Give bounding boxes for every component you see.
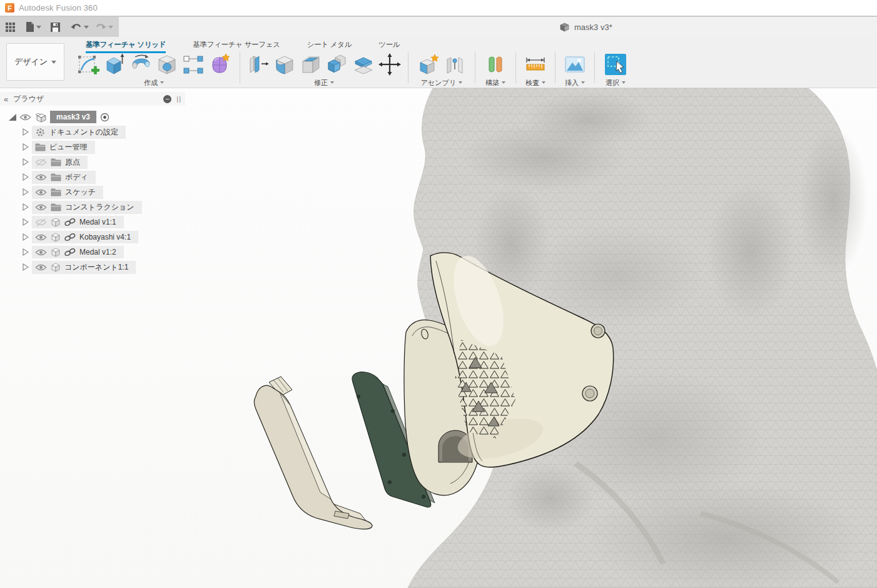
viewport[interactable]: « ブラウザ − || bbox=[0, 88, 877, 588]
eye-visible-icon[interactable] bbox=[35, 173, 47, 181]
create-form-button[interactable] bbox=[206, 51, 233, 78]
expand-arrow-icon[interactable] bbox=[21, 158, 29, 166]
browser-item-bodies[interactable]: ボディ bbox=[0, 170, 185, 185]
browser-resize-handle[interactable]: || bbox=[176, 95, 181, 103]
expand-arrow-icon[interactable] bbox=[21, 263, 29, 271]
extrude-button[interactable] bbox=[101, 51, 128, 78]
screw-boss-upper[interactable] bbox=[591, 324, 605, 338]
link-icon bbox=[64, 248, 76, 256]
workspace-selector[interactable]: デザイン bbox=[6, 43, 64, 81]
title-bar: F Autodesk Fusion 360 bbox=[0, 0, 877, 16]
save-icon bbox=[51, 23, 60, 32]
save-button[interactable] bbox=[48, 18, 63, 36]
eye-hidden-icon[interactable] bbox=[35, 158, 47, 166]
group-create-label[interactable]: 作成 bbox=[70, 78, 238, 87]
browser-item-sketches[interactable]: スケッチ bbox=[0, 185, 185, 200]
activate-component-radio[interactable] bbox=[100, 113, 109, 122]
shell-button[interactable] bbox=[298, 51, 324, 78]
revolve-icon bbox=[129, 53, 153, 76]
group-construct-label[interactable]: 構築 bbox=[477, 78, 514, 87]
browser-minimize-button[interactable]: − bbox=[163, 95, 171, 103]
group-assemble-label[interactable]: アセンブリ bbox=[410, 78, 473, 87]
group-inspect-label[interactable]: 検査 bbox=[518, 78, 553, 87]
eye-visible-icon[interactable] bbox=[35, 248, 47, 256]
workspace-selector-label: デザイン bbox=[14, 56, 48, 68]
construction-plane-button[interactable] bbox=[482, 51, 509, 78]
browser-tree: mask3 v3 ドキュメントの bbox=[0, 106, 185, 275]
group-separator bbox=[475, 52, 475, 83]
group-separator bbox=[555, 52, 555, 83]
joint-button[interactable] bbox=[442, 51, 468, 78]
press-pull-button[interactable] bbox=[245, 51, 271, 78]
browser-item-medal-v1-2[interactable]: Medal v1:2 bbox=[0, 245, 185, 260]
expand-arrow-icon[interactable] bbox=[21, 188, 29, 196]
revolve-button[interactable] bbox=[128, 51, 154, 78]
browser-root-label[interactable]: mask3 v3 bbox=[50, 111, 96, 123]
insert-canvas-button[interactable] bbox=[562, 51, 588, 78]
undo-dropdown-caret[interactable] bbox=[84, 26, 89, 29]
expand-arrow-icon[interactable] bbox=[21, 218, 29, 226]
mount-bracket[interactable] bbox=[254, 377, 372, 529]
group-select-label[interactable]: 選択 bbox=[597, 78, 634, 87]
redo-dropdown-caret[interactable] bbox=[108, 26, 113, 29]
apps-grid-button[interactable] bbox=[3, 18, 18, 36]
select-button[interactable] bbox=[602, 51, 629, 78]
expand-arrow-icon[interactable] bbox=[21, 233, 29, 241]
fillet-icon bbox=[273, 53, 297, 76]
eye-visible-icon[interactable] bbox=[35, 263, 47, 271]
group-modify-label[interactable]: 修正 bbox=[242, 78, 406, 87]
group-insert: 挿入 bbox=[557, 51, 592, 87]
new-component-button[interactable] bbox=[415, 51, 442, 78]
browser-item-medal-v1-1[interactable]: Medal v1:1 bbox=[0, 215, 185, 230]
group-assemble: アセンブリ bbox=[410, 51, 473, 87]
measure-button[interactable] bbox=[522, 51, 549, 78]
browser-item-component-1-1[interactable]: コンポーネント1:1 bbox=[0, 260, 185, 275]
expand-arrow-icon[interactable] bbox=[21, 203, 29, 211]
expand-arrow-icon[interactable] bbox=[21, 143, 29, 151]
expand-arrow-icon[interactable] bbox=[21, 248, 29, 256]
cube-icon bbox=[559, 23, 570, 32]
eye-visible-icon[interactable] bbox=[35, 233, 47, 241]
screw-boss-lower[interactable] bbox=[582, 386, 597, 401]
component-cube-icon bbox=[51, 217, 61, 227]
eye-visible-icon[interactable] bbox=[19, 113, 31, 121]
undo-button[interactable] bbox=[68, 18, 92, 36]
group-insert-label[interactable]: 挿入 bbox=[557, 78, 592, 87]
expand-arrow-icon[interactable] bbox=[8, 113, 16, 121]
browser-item-kobayashi-v4-1[interactable]: Kobayashi v4:1 bbox=[0, 230, 185, 245]
browser-item-origin[interactable]: 原点 bbox=[0, 155, 185, 170]
workspace-caret-icon bbox=[51, 61, 56, 64]
expand-arrow-icon[interactable] bbox=[21, 173, 29, 181]
browser-header: « ブラウザ − || bbox=[0, 92, 185, 106]
new-file-button[interactable] bbox=[23, 18, 44, 36]
combine-icon bbox=[325, 53, 349, 76]
link-icon bbox=[64, 218, 76, 226]
eye-hidden-icon[interactable] bbox=[35, 218, 47, 226]
document-tab[interactable]: mask3 v3* bbox=[550, 17, 621, 37]
fillet-button[interactable] bbox=[271, 51, 298, 78]
folder-icon bbox=[35, 143, 46, 151]
redo-button[interactable] bbox=[92, 18, 116, 36]
browser-item-view-management[interactable]: ビュー管理 bbox=[0, 139, 185, 155]
group-inspect: 検査 bbox=[518, 51, 553, 87]
new-file-dropdown-caret[interactable] bbox=[36, 26, 41, 29]
eye-visible-icon[interactable] bbox=[35, 188, 47, 196]
browser-item-document-settings[interactable]: ドキュメントの設定 bbox=[0, 124, 185, 139]
link-icon bbox=[64, 233, 76, 241]
browser-collapse-icon[interactable]: « bbox=[4, 94, 8, 104]
hole-button[interactable] bbox=[154, 51, 180, 78]
rectangular-pattern-button[interactable] bbox=[180, 51, 206, 78]
browser-item-root[interactable]: mask3 v3 bbox=[0, 109, 185, 124]
app-title: Autodesk Fusion 360 bbox=[19, 3, 98, 13]
create-sketch-button[interactable] bbox=[75, 51, 101, 78]
combine-button[interactable] bbox=[324, 51, 350, 78]
joint-icon bbox=[443, 53, 467, 76]
browser-item-construction[interactable]: コンストラクション bbox=[0, 200, 185, 215]
eye-visible-icon[interactable] bbox=[35, 203, 47, 211]
move-copy-button[interactable] bbox=[377, 51, 403, 78]
quick-access-toolbar bbox=[0, 17, 119, 37]
expand-arrow-icon[interactable] bbox=[21, 128, 29, 136]
redo-icon bbox=[95, 23, 106, 31]
group-create: 作成 bbox=[70, 51, 238, 87]
split-body-button[interactable] bbox=[350, 51, 377, 78]
